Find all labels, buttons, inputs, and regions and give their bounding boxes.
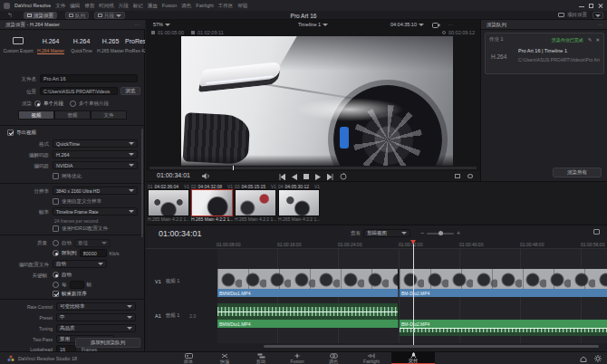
location-input[interactable]: C:\Users\ASUS PROART\Videos [40, 87, 118, 95]
custom-resolution-checkbox[interactable] [53, 198, 59, 205]
timeline-selector[interactable]: Timeline 1 [146, 22, 480, 27]
tuning-select[interactable]: 高品质 [56, 324, 136, 332]
encoding-profile-select[interactable]: 自动 [53, 260, 107, 268]
encoder-select[interactable]: NVIDIA [53, 161, 138, 169]
codec-select[interactable]: H.264 [53, 150, 138, 158]
page-edit[interactable]: 剪辑 [243, 353, 279, 364]
view-select[interactable]: 剪辑视图 [363, 229, 410, 237]
remove-job-icon[interactable]: ✕ [595, 37, 600, 43]
zoom-out-icon[interactable]: − [420, 230, 424, 236]
project-manager-home-icon[interactable] [580, 356, 587, 362]
window-minimize-icon[interactable] [579, 6, 584, 7]
bitrate-input[interactable] [80, 249, 107, 257]
video-clip-2[interactable] [400, 269, 607, 289]
nvenc-preset-select[interactable]: 中 [56, 313, 136, 321]
play-reverse-icon[interactable] [292, 174, 297, 180]
menu-item[interactable]: 调色 [181, 3, 191, 9]
slider-handle[interactable] [438, 231, 443, 235]
viewer-options-dots-icon[interactable]: ··· [448, 22, 454, 27]
clip-thumb[interactable]: 0104:02:36:04V1 H.265 Main 4:2:2 1... [148, 184, 189, 222]
clip-thumb-selected[interactable]: 0204:04:32:08V1 H.265 Main 4:2:2 1... [191, 184, 233, 222]
video-clip-2-name-bar[interactable]: BM-Dto2.MP4 [400, 289, 607, 297]
queue-options-dots-icon[interactable]: ··· [598, 22, 603, 27]
frame-reordering-checkbox[interactable] [53, 291, 59, 297]
camera-icon[interactable] [432, 22, 440, 28]
menu-item[interactable]: Fusion [162, 3, 178, 8]
video-clip-1-name-bar[interactable]: BMWDto1.MP4 [217, 289, 399, 297]
skip-start-icon[interactable] [279, 174, 285, 180]
page-media[interactable]: 媒体 [170, 353, 207, 364]
clip-thumb[interactable]: 0304:05:15:15V1 H.265 Main 4:2:2 1... [235, 184, 276, 222]
menu-item[interactable]: 文件 [55, 3, 65, 9]
menu-item[interactable]: 标记 [133, 3, 143, 9]
scrub-playhead[interactable] [233, 166, 234, 170]
browse-button[interactable]: 浏览 [120, 87, 140, 95]
menu-item[interactable]: 帮助 [237, 3, 247, 9]
panel-scrollbar[interactable] [141, 129, 143, 237]
format-select[interactable]: QuickTime [53, 139, 138, 148]
quality-auto-radio[interactable] [53, 240, 59, 246]
preset-h265-master[interactable]: H.265 H.265 Master [96, 34, 125, 53]
resolution-select[interactable]: 3840 x 2160 Ultra HD [53, 187, 138, 195]
page-fusion[interactable]: Fusion [279, 353, 315, 364]
video-clip-1[interactable] [217, 269, 399, 289]
menu-item[interactable]: 片段 [119, 3, 129, 9]
quality-restrict-radio[interactable] [53, 250, 59, 256]
framerate-select[interactable]: Timeline Frame Rate [53, 207, 138, 216]
network-optimization-checkbox[interactable] [53, 173, 59, 179]
preset-quicktime[interactable]: H.264 QuickTime [67, 34, 96, 53]
quality-auto-select[interactable]: 最佳 [74, 239, 111, 247]
options-dots-icon[interactable]: ··· [135, 22, 140, 27]
timeline-playhead[interactable] [413, 240, 414, 345]
tab-audio[interactable]: 音频 [54, 110, 91, 120]
page-fairlight[interactable]: Fairlight [352, 353, 391, 364]
match-frame-icon[interactable] [455, 174, 460, 178]
window-maximize-icon[interactable] [589, 4, 593, 8]
tab-video[interactable]: 视频 [18, 110, 54, 120]
radio-individual-clips[interactable] [70, 101, 76, 107]
video-frame[interactable] [181, 36, 453, 166]
keyframes-every-radio[interactable] [53, 282, 59, 288]
render-job-card[interactable]: 作业 1 渲染作业已完成 ✎ ✕ H.264 Pro Art 16 | Time… [485, 33, 604, 74]
project-settings-gear-icon[interactable] [594, 355, 602, 362]
timeline-zoom-slider[interactable] [427, 233, 454, 235]
menu-item[interactable]: Fairlight [196, 3, 214, 8]
page-deliver-active[interactable]: 交付 [391, 352, 435, 364]
audio-track-header[interactable]: A1音频 1 2.0 [155, 312, 196, 319]
clip-thumb[interactable]: 0404:05:30:12V1 H.265 Main 4:2:2 1... [278, 184, 320, 222]
stop-icon[interactable] [304, 174, 309, 179]
radio-single-clip[interactable] [34, 101, 41, 107]
preset-prores[interactable]: ProRes ProRes 422 [125, 34, 145, 53]
video-track-header[interactable]: V1视频 1 [155, 278, 179, 284]
menu-item[interactable]: 编辑 [70, 3, 80, 9]
page-cut[interactable]: 快编 [207, 353, 243, 364]
play-icon[interactable] [315, 174, 321, 180]
rate-control-select[interactable]: 可变比特率 [56, 302, 136, 311]
preset-h264-master[interactable]: H.264 H.264 Master [36, 34, 65, 54]
timeline-ruler[interactable]: 01:00:08:00 01:00:16:00 01:00:24:00 01:0… [146, 240, 607, 249]
edit-job-pencil-icon[interactable]: ✎ [588, 37, 593, 43]
filename-input[interactable]: Pro Art 16 [40, 74, 138, 82]
zoom-in-icon[interactable]: + [457, 230, 460, 236]
skip-end-icon[interactable] [327, 174, 333, 180]
menu-item[interactable]: 播放 [148, 3, 158, 9]
export-video-checkbox[interactable] [7, 129, 14, 136]
audio-clip-2-name-bar[interactable]: BM-Dto2.MP4 [400, 320, 607, 328]
keyframes-interval-input[interactable] [70, 281, 84, 289]
render-all-button[interactable]: 渲染所有 [553, 168, 602, 177]
menu-item[interactable]: 修剪 [84, 3, 94, 9]
menu-item[interactable]: 工作区 [218, 3, 234, 9]
menu-item[interactable]: 时间线 [99, 3, 114, 9]
project-settings-button[interactable]: 项目设置 [558, 12, 587, 18]
grab-still-icon[interactable] [467, 174, 473, 178]
window-close-icon[interactable] [598, 3, 603, 8]
collapse-ui-button[interactable] [593, 12, 603, 19]
tab-file[interactable]: 文件 [91, 110, 127, 120]
preset-custom-export[interactable]: Custom Export [2, 34, 34, 53]
viewer-scrub-bar[interactable] [149, 167, 477, 169]
playhead-marker-icon[interactable] [410, 240, 416, 244]
keyframes-auto-radio[interactable] [53, 272, 59, 278]
page-color[interactable]: 调色 [315, 353, 352, 364]
timeline-h-scrollbar[interactable] [264, 345, 599, 348]
add-to-render-queue-button[interactable]: 添加到渲染队列 [75, 338, 140, 348]
